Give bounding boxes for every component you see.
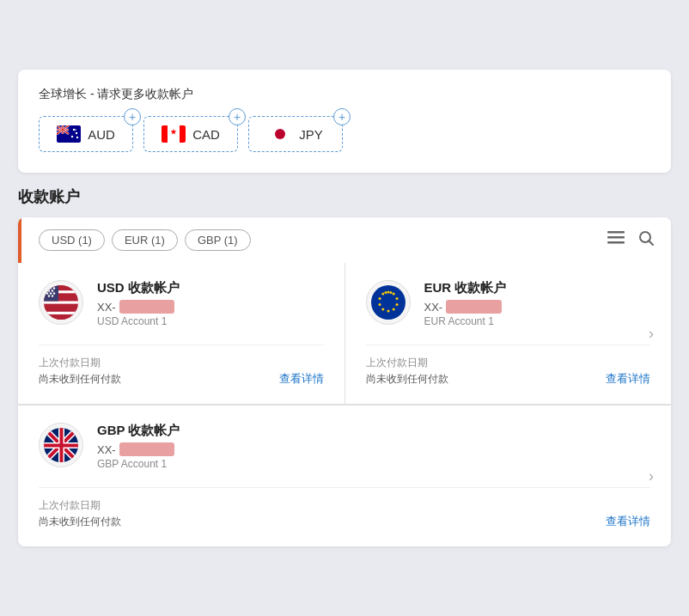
- gbp-account-number: XX-XXXXX: [97, 442, 650, 456]
- gbp-view-details[interactable]: 查看详情: [606, 514, 650, 529]
- gbp-date-info: 上次付款日期 尚未收到任何付款: [39, 498, 121, 529]
- eur-account-name: EUR 收款帐户: [424, 280, 651, 296]
- eur-view-details[interactable]: 查看详情: [606, 371, 650, 387]
- gbp-account-name: GBP 收款帐户: [97, 423, 650, 439]
- svg-point-56: [381, 308, 384, 311]
- usd-account-info: USD 收款帐户 XX-XXXXX USD Account 1: [97, 280, 324, 327]
- accounts-card: USD (1) EUR (1) GBP (1): [18, 217, 671, 546]
- currency-btn-cad[interactable]: + CAD: [143, 116, 238, 152]
- currency-btn-aud[interactable]: +: [39, 116, 133, 152]
- gbp-account-top: GBP 收款帐户 XX-XXXXX GBP Account 1 ›: [39, 423, 650, 470]
- svg-point-10: [73, 129, 75, 131]
- search-icon[interactable]: [638, 230, 654, 250]
- svg-point-39: [53, 287, 55, 289]
- gbp-date-label: 上次付款日期: [39, 498, 121, 513]
- svg-rect-17: [168, 125, 180, 143]
- usd-account-name: USD 收款帐户: [97, 280, 324, 296]
- flag-cad: [162, 125, 186, 143]
- gbp-date-value: 尚未收到任何付款: [39, 515, 121, 529]
- accounts-section-title: 收款账户: [18, 186, 671, 207]
- currency-buttons: +: [39, 116, 650, 152]
- accounts-header: USD (1) EUR (1) GBP (1): [18, 217, 671, 263]
- svg-rect-34: [44, 312, 78, 314]
- svg-point-13: [76, 137, 78, 138]
- svg-point-60: [384, 291, 387, 294]
- flag-aud: [57, 125, 81, 143]
- gbp-account-info: GBP 收款帐户 XX-XXXXX GBP Account 1: [97, 423, 650, 470]
- usd-account-footer: 上次付款日期 尚未收到任何付款 查看详情: [39, 345, 324, 387]
- svg-point-46: [52, 295, 53, 296]
- account-card-gbp[interactable]: GBP 收款帐户 XX-XXXXX GBP Account 1 › 上次付款日期…: [18, 405, 671, 546]
- svg-point-57: [378, 303, 381, 306]
- jpy-label: JPY: [299, 127, 323, 142]
- eur-redacted: XXXXX: [446, 300, 502, 314]
- svg-point-45: [48, 295, 50, 296]
- svg-rect-33: [44, 307, 78, 309]
- svg-point-12: [71, 136, 73, 137]
- plus-icon-cad[interactable]: +: [229, 108, 246, 125]
- svg-rect-15: [162, 125, 168, 143]
- cad-label: CAD: [192, 127, 220, 142]
- gbp-chevron-icon: ›: [649, 467, 654, 485]
- svg-point-52: [395, 297, 398, 300]
- svg-point-20: [275, 129, 285, 139]
- eur-date-label: 上次付款日期: [366, 356, 448, 370]
- top-section: 全球增长 - 请求更多收款帐户 +: [18, 70, 671, 173]
- usd-redacted: XXXXX: [119, 300, 175, 314]
- account-card-usd[interactable]: USD 收款帐户 XX-XXXXX USD Account 1 上次付款日期 尚…: [18, 263, 344, 404]
- list-icon[interactable]: [607, 231, 625, 249]
- plus-icon-aud[interactable]: +: [124, 108, 141, 125]
- usd-view-details[interactable]: 查看详情: [279, 371, 324, 387]
- plus-icon-jpy[interactable]: +: [333, 108, 351, 125]
- usd-date-value: 尚未收到任何付款: [39, 372, 121, 387]
- account-card-eur[interactable]: EUR 收款帐户 XX-XXXXX EUR Account 1 › 上次付款日期…: [345, 263, 672, 404]
- eur-account-sub: EUR Account 1: [424, 315, 651, 327]
- svg-point-61: [389, 291, 392, 294]
- currency-btn-jpy[interactable]: + JPY: [248, 116, 343, 152]
- svg-point-54: [392, 308, 394, 311]
- svg-point-58: [378, 297, 381, 300]
- gbp-redacted: XXXXX: [119, 442, 175, 456]
- eur-number-prefix: XX-: [424, 301, 443, 314]
- usd-date-info: 上次付款日期 尚未收到任何付款: [39, 356, 121, 387]
- gbp-account-footer: 上次付款日期 尚未收到任何付款 查看详情: [39, 487, 650, 529]
- svg-point-11: [76, 132, 77, 134]
- tabs: USD (1) EUR (1) GBP (1): [39, 229, 251, 251]
- svg-rect-22: [607, 236, 625, 239]
- tab-usd[interactable]: USD (1): [39, 229, 105, 251]
- usd-date-label: 上次付款日期: [39, 356, 121, 370]
- eur-account-top: EUR 收款帐户 XX-XXXXX EUR Account 1 ›: [366, 280, 651, 327]
- svg-point-44: [53, 292, 55, 294]
- accounts-grid: USD 收款帐户 XX-XXXXX USD Account 1 上次付款日期 尚…: [18, 263, 671, 546]
- top-section-title: 全球增长 - 请求更多收款帐户: [39, 87, 650, 102]
- svg-point-53: [395, 303, 398, 306]
- tab-gbp[interactable]: GBP (1): [185, 229, 251, 251]
- svg-rect-72: [60, 428, 64, 462]
- eur-account-footer: 上次付款日期 尚未收到任何付款 查看详情: [366, 345, 651, 387]
- eur-account-info: EUR 收款帐户 XX-XXXXX EUR Account 1: [424, 280, 651, 327]
- svg-point-59: [381, 293, 384, 296]
- svg-rect-23: [607, 241, 625, 244]
- bottom-section: 收款账户 USD (1) EUR (1) GBP (1): [18, 186, 671, 546]
- gbp-account-sub: GBP Account 1: [97, 458, 650, 470]
- svg-point-14: [75, 129, 76, 131]
- usd-account-top: USD 收款帐户 XX-XXXXX USD Account 1: [39, 280, 324, 327]
- main-container: 全球增长 - 请求更多收款帐户 +: [18, 70, 671, 546]
- aud-label: AUD: [88, 127, 115, 142]
- svg-point-51: [392, 293, 394, 296]
- usd-number-prefix: XX-: [97, 301, 116, 314]
- usd-account-sub: USD Account 1: [97, 315, 324, 327]
- svg-rect-49: [371, 285, 405, 320]
- eur-chevron-icon: ›: [649, 325, 654, 343]
- svg-point-55: [387, 310, 389, 313]
- eur-account-number: XX-XXXXX: [424, 300, 651, 314]
- usd-account-number: XX-XXXXX: [97, 300, 324, 314]
- gbp-number-prefix: XX-: [97, 443, 116, 456]
- tab-eur[interactable]: EUR (1): [112, 229, 178, 251]
- svg-line-25: [649, 241, 654, 246]
- eur-flag-circle: [366, 280, 411, 325]
- svg-point-50: [387, 291, 389, 294]
- usd-flag-circle: [39, 280, 83, 325]
- svg-rect-16: [180, 125, 186, 143]
- eur-date-info: 上次付款日期 尚未收到任何付款: [366, 356, 448, 387]
